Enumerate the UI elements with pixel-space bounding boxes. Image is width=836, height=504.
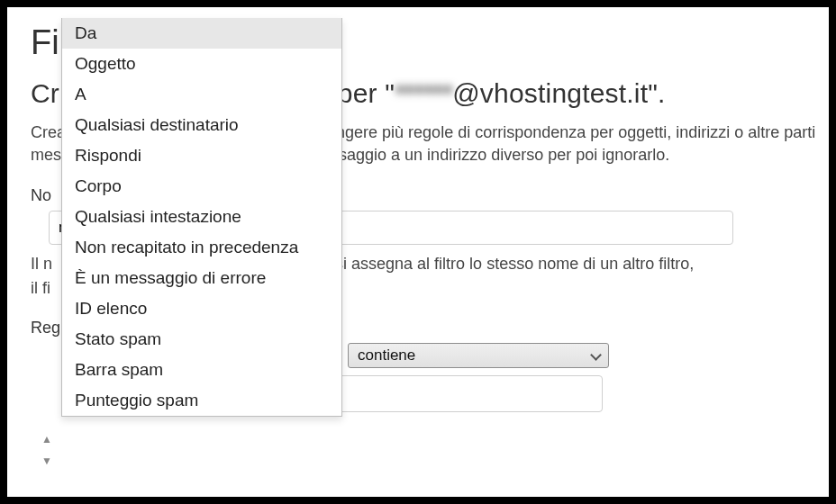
subhead-redacted: ******: [395, 78, 452, 109]
dropdown-option[interactable]: Da: [62, 18, 341, 49]
desc-line2-rest: saggio a un indirizzo diverso per poi ig…: [339, 146, 669, 164]
dropdown-option[interactable]: A: [62, 79, 341, 110]
chevron-down-icon: [590, 349, 603, 362]
dropdown-option[interactable]: Punteggio spam: [62, 385, 341, 416]
dropdown-option[interactable]: Qualsiasi destinatario: [62, 110, 341, 140]
reorder-down-icon[interactable]: ▼: [41, 454, 52, 467]
hint-line2-prefix: il fi: [31, 279, 50, 297]
reorder-up-icon[interactable]: ▲: [41, 433, 52, 446]
dropdown-option[interactable]: Qualsiasi intestazione: [62, 202, 341, 232]
rule-operator-select-value: contiene: [358, 346, 415, 364]
rule-field-dropdown[interactable]: DaOggettoAQualsiasi destinatarioRispondi…: [61, 18, 342, 417]
desc-line1-rest: ngere più regole di corrispondenza per o…: [336, 123, 815, 141]
dropdown-option[interactable]: Rispondi: [62, 140, 341, 171]
subhead-prefix: Cr: [31, 78, 59, 108]
dropdown-option[interactable]: ID elenco: [62, 293, 341, 324]
hint-line1-prefix: Il n: [31, 255, 52, 273]
desc-line2-prefix: mes: [31, 146, 61, 164]
dropdown-option[interactable]: Non recapitato in precedenza: [62, 232, 341, 263]
dropdown-option[interactable]: Corpo: [62, 171, 341, 202]
subhead-suffix: @vhostingtest.it".: [452, 78, 665, 108]
dropdown-option[interactable]: Oggetto: [62, 49, 341, 79]
dropdown-option[interactable]: È un messaggio di errore: [62, 263, 341, 293]
hint-line1-rest: si assegna al filtro lo stesso nome di u…: [335, 255, 694, 273]
dropdown-option[interactable]: Barra spam: [62, 355, 341, 385]
dropdown-option[interactable]: Stato spam: [62, 324, 341, 355]
rule-operator-select[interactable]: contiene: [348, 343, 609, 368]
